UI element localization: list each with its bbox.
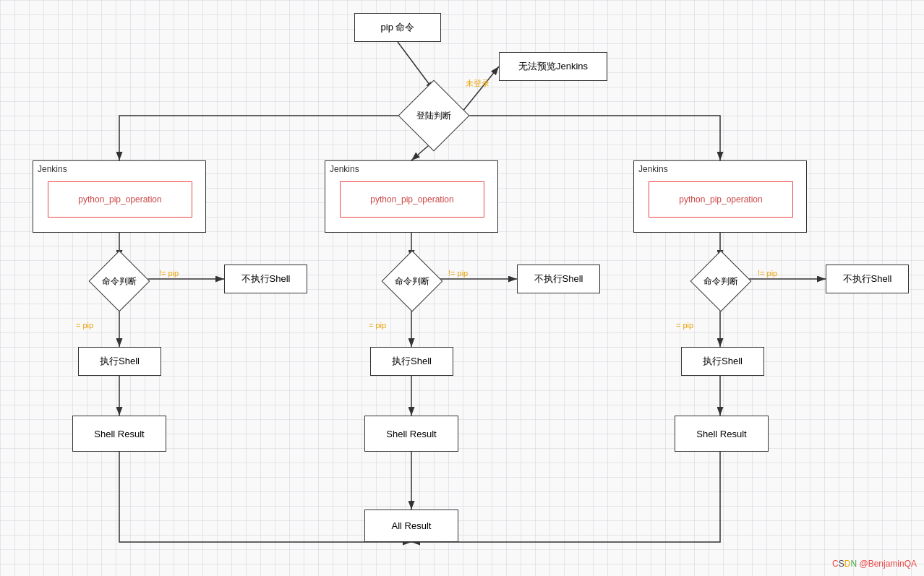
- pip-op-box-mid: python_pip_operation: [340, 181, 484, 218]
- is-pip-right-label: = pip: [676, 321, 693, 330]
- no-login-box: 无法预览Jenkins: [499, 52, 607, 81]
- no-shell-mid: 不执行Shell: [517, 265, 600, 293]
- pip-op-box-left: python_pip_operation: [48, 181, 192, 218]
- jenkins-label-left: Jenkins: [38, 164, 67, 174]
- jenkins-box-left: Jenkins python_pip_operation: [33, 160, 206, 233]
- exec-shell-right: 执行Shell: [681, 347, 764, 376]
- cmd-diamond-left-label: 命令判断: [102, 275, 137, 288]
- cmd-diamond-right-label: 命令判断: [703, 275, 738, 288]
- jenkins-box-mid: Jenkins python_pip_operation: [325, 160, 498, 233]
- no-shell-left: 不执行Shell: [224, 265, 307, 293]
- cmd-diamond-mid-label: 命令判断: [395, 275, 429, 288]
- cmd-diamond-left-container: 命令判断: [87, 255, 152, 307]
- watermark: CSDN @BenjaminQA: [832, 559, 917, 569]
- shell-result-left: Shell Result: [72, 416, 166, 452]
- login-diamond-label: 登陆判断: [416, 110, 451, 122]
- jenkins-box-right: Jenkins python_pip_operation: [633, 160, 807, 233]
- all-result-box: All Result: [364, 510, 458, 542]
- cmd-diamond-right-container: 命令判断: [688, 255, 753, 307]
- no-shell-right: 不执行Shell: [826, 265, 909, 293]
- jenkins-label-right: Jenkins: [638, 164, 668, 174]
- not-pip-left-label: != pip: [159, 269, 179, 278]
- shell-result-right: Shell Result: [675, 416, 769, 452]
- jenkins-label-mid: Jenkins: [330, 164, 359, 174]
- svg-line-1: [398, 42, 434, 90]
- pip-cmd-box: pip 命令: [354, 13, 441, 42]
- is-pip-left-label: = pip: [76, 321, 93, 330]
- exec-shell-left: 执行Shell: [78, 347, 161, 376]
- pip-op-box-right: python_pip_operation: [649, 181, 793, 218]
- login-diamond-container: 登陆判断: [394, 87, 474, 145]
- is-pip-mid-label: = pip: [369, 321, 386, 330]
- shell-result-mid: Shell Result: [364, 416, 458, 452]
- not-pip-right-label: != pip: [758, 269, 777, 278]
- flowchart-canvas: pip 命令 无法预览Jenkins 未登录 登陆判断 Jenkins pyth…: [0, 0, 924, 576]
- not-pip-mid-label: != pip: [448, 269, 468, 278]
- exec-shell-mid: 执行Shell: [370, 347, 453, 376]
- cmd-diamond-mid-container: 命令判断: [380, 255, 445, 307]
